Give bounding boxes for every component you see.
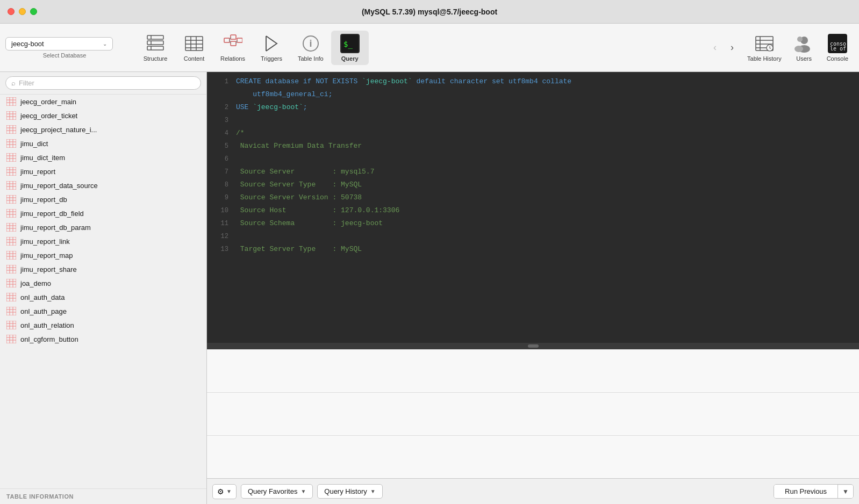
result-pane-1: [207, 349, 859, 392]
tab-console[interactable]: conso le off Console: [821, 31, 854, 65]
query-label: Query: [341, 55, 359, 62]
sidebar-item[interactable]: onl_auth_data: [0, 290, 206, 304]
toolbar: jeecg-boot ⌄ Select Database Structure: [0, 24, 859, 72]
table-grid-icon: [6, 167, 16, 176]
filter-input[interactable]: [19, 79, 195, 87]
code-line: 12: [207, 230, 859, 243]
sidebar-item-label: jimu_report_share: [20, 265, 77, 273]
sidebar-item[interactable]: jeecg_order_main: [0, 95, 206, 109]
tab-table-history[interactable]: Table History: [742, 31, 787, 65]
svg-rect-77: [6, 209, 16, 218]
sidebar: ⌕ jeecg_order_main jeecg_order_ticket je…: [0, 72, 207, 504]
sidebar-item-label: jimu_report_db: [20, 196, 67, 204]
tab-users[interactable]: Users: [789, 31, 819, 65]
code-editor[interactable]: 1CREATE database if NOT EXISTS `jeecg-bo…: [207, 72, 859, 349]
run-previous-group: Run Previous ▼: [774, 484, 854, 499]
query-favorites-button[interactable]: Query Favorites ▼: [241, 484, 313, 499]
sidebar-item[interactable]: joa_demo: [0, 276, 206, 290]
svg-text:i: i: [309, 38, 312, 49]
sidebar-item-label: jimu_report_db_field: [20, 210, 84, 218]
line-number: 6: [211, 153, 228, 165]
table-grid-icon: [6, 321, 16, 329]
code-line: 5 Navicat Premium Data Transfer: [207, 140, 859, 153]
svg-text:$_: $_: [343, 40, 353, 49]
svg-text:le off: le off: [830, 46, 846, 52]
database-selector[interactable]: jeecg-boot ⌄: [5, 37, 113, 51]
titlebar: (MySQL 5.7.39) mysql@5.7/jeecg-boot: [0, 0, 859, 24]
table-grid-icon: [6, 111, 16, 120]
svg-rect-13: [231, 35, 236, 39]
svg-rect-92: [6, 251, 16, 260]
line-number: 1: [211, 75, 228, 88]
tab-table-info[interactable]: i Table Info: [291, 31, 330, 65]
triggers-label: Triggers: [261, 55, 282, 62]
toolbar-right: ‹ › Table History: [707, 31, 854, 65]
relations-label: Relations: [220, 55, 245, 62]
sidebar-item-label: onl_auth_page: [20, 307, 67, 315]
sidebar-item-label: jimu_report_link: [20, 237, 70, 246]
run-previous-dropdown-arrow[interactable]: ▼: [838, 485, 853, 498]
tab-content[interactable]: Content: [175, 31, 213, 65]
users-icon: [794, 34, 814, 53]
query-history-button[interactable]: Query History ▼: [317, 484, 382, 499]
editor-scrollbar[interactable]: [207, 343, 859, 349]
sidebar-item[interactable]: jimu_report: [0, 164, 206, 178]
table-grid-icon: [6, 209, 16, 218]
run-previous-button[interactable]: Run Previous: [774, 485, 838, 498]
tab-query[interactable]: $_ Query: [331, 31, 369, 65]
tab-triggers[interactable]: Triggers: [253, 31, 290, 65]
code-line: 10 Source Host : 127.0.0.1:3306: [207, 204, 859, 217]
svg-rect-82: [6, 223, 16, 232]
history-dropdown-arrow: ▼: [370, 488, 376, 494]
table-grid-icon: [6, 125, 16, 134]
sidebar-item[interactable]: jimu_dict_item: [0, 150, 206, 164]
table-grid-icon: [6, 293, 16, 301]
toolbar-nav-group: Structure Content: [137, 31, 369, 65]
sidebar-item[interactable]: onl_auth_relation: [0, 318, 206, 332]
table-grid-icon: [6, 223, 16, 232]
line-number: 9: [211, 191, 228, 204]
line-number: 13: [211, 243, 228, 256]
svg-point-31: [797, 37, 803, 42]
sidebar-item[interactable]: jimu_report_db_param: [0, 220, 206, 234]
gear-button[interactable]: ⚙ ▼: [212, 484, 237, 499]
sidebar-item[interactable]: jimu_report_link: [0, 234, 206, 248]
svg-line-17: [230, 40, 231, 44]
maximize-button[interactable]: [30, 8, 37, 15]
sidebar-item[interactable]: jimu_dict: [0, 136, 206, 150]
svg-rect-2: [147, 46, 163, 50]
sidebar-item[interactable]: jimu_report_db: [0, 192, 206, 206]
svg-line-18: [236, 40, 237, 44]
back-arrow[interactable]: ‹: [707, 40, 722, 55]
favorites-dropdown-arrow: ▼: [300, 488, 306, 494]
code-lines[interactable]: 1CREATE database if NOT EXISTS `jeecg-bo…: [207, 72, 859, 343]
sidebar-item[interactable]: jimu_report_db_field: [0, 206, 206, 220]
tab-relations[interactable]: Relations: [214, 31, 252, 65]
sidebar-item-label: joa_demo: [20, 279, 51, 287]
structure-label: Structure: [144, 55, 168, 62]
tab-structure[interactable]: Structure: [137, 31, 174, 65]
code-line: 13 Target Server Type : MySQL: [207, 243, 859, 256]
filter-wrapper: ⌕: [5, 76, 201, 90]
minimize-button[interactable]: [19, 8, 26, 15]
sidebar-item-label: jimu_report_db_param: [20, 224, 91, 232]
close-button[interactable]: [8, 8, 15, 15]
sidebar-item[interactable]: jimu_report_map: [0, 248, 206, 262]
traffic-lights[interactable]: [8, 8, 37, 15]
svg-rect-67: [6, 181, 16, 190]
sidebar-item[interactable]: jeecg_order_ticket: [0, 109, 206, 123]
sidebar-item[interactable]: jeecg_project_nature_i...: [0, 123, 206, 136]
sidebar-item[interactable]: onl_auth_page: [0, 304, 206, 318]
table-grid-icon: [6, 139, 16, 148]
sidebar-item[interactable]: jimu_report_data_source: [0, 178, 206, 192]
table-grid-icon: [6, 97, 16, 106]
table-grid-icon: [6, 237, 16, 246]
sidebar-item[interactable]: jimu_report_share: [0, 262, 206, 276]
sidebar-item[interactable]: onl_cgform_button: [0, 332, 206, 346]
sidebar-item-label: onl_auth_relation: [20, 321, 74, 329]
sidebar-footer: TABLE INFORMATION: [0, 488, 206, 504]
svg-rect-62: [6, 167, 16, 176]
table-grid-icon: [6, 195, 16, 204]
sidebar-item-label: jeecg_order_ticket: [20, 112, 77, 120]
forward-arrow[interactable]: ›: [725, 40, 740, 55]
